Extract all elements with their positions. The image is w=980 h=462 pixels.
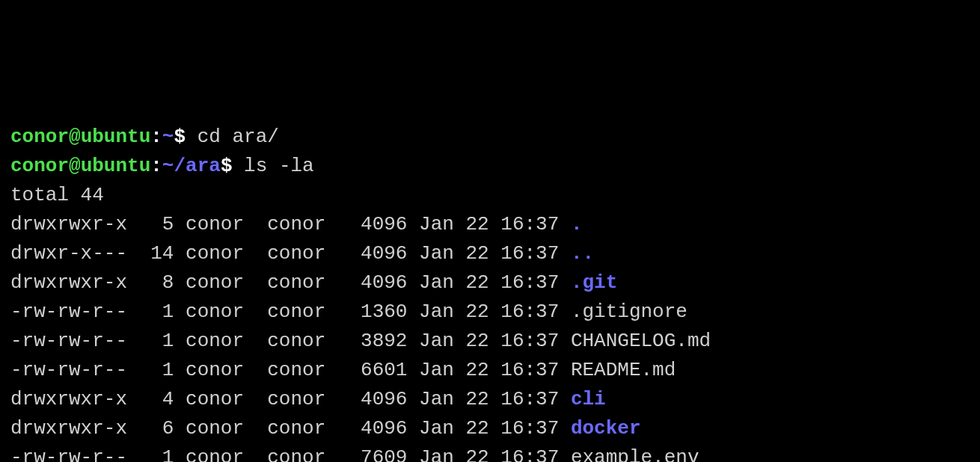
ls-size: 4096 xyxy=(349,210,407,239)
ls-time: 16:37 xyxy=(500,298,571,327)
ls-links: 4 xyxy=(139,385,174,414)
ls-day: 22 xyxy=(465,327,500,356)
total-line: total 44 xyxy=(10,184,104,206)
ls-row: drwxr-x--- 14 conor conor 4096 Jan2216:3… xyxy=(10,239,970,268)
prompt-dollar: $ xyxy=(174,126,186,148)
ls-owner: conor xyxy=(186,414,256,443)
ls-day: 22 xyxy=(465,268,500,298)
ls-listing: drwxrwxr-x 5 conor conor 4096 Jan2216:37… xyxy=(10,210,970,462)
ls-row: -rw-rw-r-- 1 conor conor 7609 Jan2216:37… xyxy=(10,443,970,462)
ls-links: 1 xyxy=(139,298,174,327)
ls-filename: .gitignore xyxy=(571,298,687,327)
ls-perms: -rw-rw-r-- xyxy=(10,298,127,327)
ls-perms: -rw-rw-r-- xyxy=(10,356,127,385)
ls-size: 4096 xyxy=(349,385,407,414)
ls-links: 1 xyxy=(139,327,174,356)
prompt-host: ubuntu xyxy=(81,155,151,177)
ls-size: 4096 xyxy=(349,268,407,298)
ls-links: 14 xyxy=(139,239,174,268)
prompt-user: conor xyxy=(10,155,69,177)
prompt-at: @ xyxy=(69,126,81,148)
ls-perms: drwxr-x--- xyxy=(10,239,127,268)
ls-size: 4096 xyxy=(349,239,407,268)
ls-time: 16:37 xyxy=(500,268,571,298)
ls-group: conor xyxy=(267,327,337,356)
ls-links: 8 xyxy=(139,268,174,298)
ls-owner: conor xyxy=(186,356,256,385)
ls-dirname: cli xyxy=(571,385,606,414)
ls-month: Jan xyxy=(419,239,465,268)
ls-row: -rw-rw-r-- 1 conor conor 3892 Jan2216:37… xyxy=(10,327,970,356)
ls-month: Jan xyxy=(419,356,465,385)
ls-day: 22 xyxy=(465,356,500,385)
ls-group: conor xyxy=(267,385,337,414)
ls-dirname: .git xyxy=(571,268,617,298)
prompt-dollar: $ xyxy=(221,155,233,177)
ls-time: 16:37 xyxy=(500,443,571,462)
ls-perms: -rw-rw-r-- xyxy=(10,327,127,356)
ls-perms: drwxrwxr-x xyxy=(10,210,127,239)
ls-month: Jan xyxy=(419,385,465,414)
ls-size: 6601 xyxy=(349,356,407,385)
command-cd: cd ara/ xyxy=(186,126,279,148)
ls-row: drwxrwxr-x 5 conor conor 4096 Jan2216:37… xyxy=(10,210,970,239)
ls-perms: -rw-rw-r-- xyxy=(10,443,127,462)
ls-filename: CHANGELOG.md xyxy=(571,327,711,356)
ls-filename: README.md xyxy=(571,356,676,385)
prompt-colon: : xyxy=(150,126,162,148)
prompt-at: @ xyxy=(69,155,81,177)
ls-row: drwxrwxr-x 8 conor conor 4096 Jan2216:37… xyxy=(10,268,970,298)
ls-group: conor xyxy=(267,356,337,385)
ls-row: drwxrwxr-x 4 conor conor 4096 Jan2216:37… xyxy=(10,385,970,414)
ls-size: 3892 xyxy=(349,327,407,356)
ls-dirname: docker xyxy=(571,414,641,443)
ls-day: 22 xyxy=(465,298,500,327)
ls-filename: example.env xyxy=(571,443,699,462)
ls-owner: conor xyxy=(186,327,256,356)
ls-time: 16:37 xyxy=(500,385,571,414)
ls-row: -rw-rw-r-- 1 conor conor 1360 Jan2216:37… xyxy=(10,298,970,327)
ls-owner: conor xyxy=(186,210,256,239)
command-ls: ls -la xyxy=(232,155,313,177)
ls-owner: conor xyxy=(186,268,256,298)
ls-owner: conor xyxy=(186,385,256,414)
prompt-path: ~ xyxy=(162,126,174,148)
ls-group: conor xyxy=(267,210,337,239)
ls-group: conor xyxy=(267,298,337,327)
ls-links: 6 xyxy=(139,414,174,443)
ls-perms: drwxrwxr-x xyxy=(10,268,127,298)
ls-time: 16:37 xyxy=(500,327,571,356)
prompt-user: conor xyxy=(10,126,69,148)
ls-perms: drwxrwxr-x xyxy=(10,385,127,414)
ls-size: 4096 xyxy=(349,414,407,443)
ls-owner: conor xyxy=(186,443,256,462)
ls-owner: conor xyxy=(186,239,256,268)
ls-perms: drwxrwxr-x xyxy=(10,414,127,443)
ls-size: 7609 xyxy=(349,443,407,462)
ls-month: Jan xyxy=(419,210,465,239)
prompt-line-1: conor@ubuntu:~$ cd ara/ xyxy=(10,123,970,152)
ls-month: Jan xyxy=(419,443,465,462)
ls-time: 16:37 xyxy=(500,414,571,443)
ls-time: 16:37 xyxy=(500,239,571,268)
ls-group: conor xyxy=(267,414,337,443)
ls-group: conor xyxy=(267,268,337,298)
ls-time: 16:37 xyxy=(500,210,571,239)
ls-group: conor xyxy=(267,239,337,268)
ls-month: Jan xyxy=(419,268,465,298)
terminal[interactable]: conor@ubuntu:~$ cd ara/conor@ubuntu:~/ar… xyxy=(10,123,970,462)
ls-day: 22 xyxy=(465,414,500,443)
ls-dirname: . xyxy=(571,210,583,239)
ls-day: 22 xyxy=(465,210,500,239)
ls-owner: conor xyxy=(186,298,256,327)
prompt-path: ~/ara xyxy=(162,155,221,177)
prompt-host: ubuntu xyxy=(81,126,151,148)
prompt-colon: : xyxy=(150,155,162,177)
ls-links: 5 xyxy=(139,210,174,239)
ls-dirname: .. xyxy=(571,239,594,268)
ls-row: drwxrwxr-x 6 conor conor 4096 Jan2216:37… xyxy=(10,414,970,443)
ls-month: Jan xyxy=(419,298,465,327)
ls-day: 22 xyxy=(465,443,500,462)
ls-group: conor xyxy=(267,443,337,462)
prompt-line-2: conor@ubuntu:~/ara$ ls -la xyxy=(10,152,970,181)
